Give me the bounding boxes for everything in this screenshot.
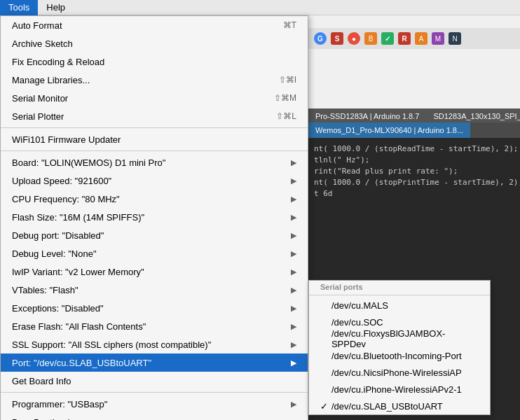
menu-archive-sketch[interactable]: Archive Sketch <box>1 34 308 52</box>
separator-2 <box>1 150 308 151</box>
port-mals[interactable]: /dev/cu.MALS <box>309 297 490 314</box>
tab-icon-2: ● <box>348 32 360 45</box>
tab-icon-8: N <box>449 32 461 45</box>
menu-help[interactable]: Help <box>38 0 74 15</box>
submenu-separator <box>309 295 490 295</box>
tab-icon-4: ✓ <box>381 32 394 45</box>
port-slab[interactable]: ✓ /dev/cu.SLAB_USBtoUART <box>309 398 490 414</box>
port-floxys[interactable]: /dev/cu.FloxysBlGJAMBOX-SPPDev <box>309 330 490 347</box>
tab-icon-google: G <box>314 32 327 45</box>
port-submenu: Serial ports /dev/cu.MALS /dev/cu.SOC /d… <box>308 280 491 415</box>
menu-upload-speed[interactable]: Upload Speed: "921600" ▶ <box>1 172 308 190</box>
menu-erase-flash[interactable]: Erase Flash: "All Flash Contents" ▶ <box>1 317 308 335</box>
tab-icon-3: B <box>364 32 377 45</box>
menu-exceptions[interactable]: Exceptions: "Disabled" ▶ <box>1 299 308 317</box>
code-line-2: tlnl(" Hz"); <box>314 155 514 166</box>
menu-auto-format[interactable]: Auto Format ⌘T <box>1 16 308 34</box>
port-nicsi[interactable]: /dev/cu.NicsiPhone-WirelessiAP <box>309 364 490 381</box>
menu-bar: Tools Help <box>0 0 520 15</box>
separator-1 <box>1 127 308 128</box>
port-iphone[interactable]: /dev/cu.iPhone-WirelessiAPv2-1 <box>309 381 490 398</box>
menu-board[interactable]: Board: "LOLIN(WEMOS) D1 mini Pro" ▶ <box>1 153 308 172</box>
menu-cpu-frequency[interactable]: CPU Frequency: "80 MHz" ▶ <box>1 190 308 208</box>
tab-icon-5: R <box>398 32 411 45</box>
menu-burn-bootloader[interactable]: Burn Bootloader <box>1 413 308 420</box>
code-line-5: t 6d <box>314 188 514 200</box>
menu-flash-size[interactable]: Flash Size: "16M (14M SPIFFS)" ▶ <box>1 208 308 226</box>
menu-iwip[interactable]: IwIP Variant: "v2 Lower Memory" ▶ <box>1 262 308 281</box>
arduino-tab-2[interactable]: SD1283A_130x130_SPI_LCD_Demo | Arduino..… <box>426 108 520 124</box>
menu-debug-level[interactable]: Debug Level: "None" ▶ <box>1 244 308 262</box>
separator-3 <box>1 392 308 393</box>
code-line-1: nt( 1000.0 / (stopReadTime - startTime),… <box>314 144 514 155</box>
menu-port[interactable]: Port: "/dev/cu.SLAB_USBtoUART" ▶ <box>1 354 308 372</box>
menu-debug-port[interactable]: Debug port: "Disabled" ▶ <box>1 226 308 244</box>
arduino-tab-bar-1: Pro-SSD1283A | Arduino 1.8.7 SD1283A_130… <box>308 108 520 124</box>
port-bluetooth[interactable]: /dev/cu.Bluetooth-Incoming-Port <box>309 347 490 364</box>
arduino-tab-1[interactable]: Pro-SSD1283A | Arduino 1.8.7 <box>308 108 426 124</box>
tab-icon-7: M <box>432 32 444 45</box>
menu-fix-encoding[interactable]: Fix Encoding & Reload <box>1 52 308 71</box>
arduino-tab-bar-2: Wemos_D1_Pro-MLX90640 | Arduino 1.8... <box>308 122 520 138</box>
code-line-3: rint("Read plus print rate: "); <box>314 166 514 177</box>
arduino-tab-wemos[interactable]: Wemos_D1_Pro-MLX90640 | Arduino 1.8... <box>308 122 470 138</box>
menu-serial-monitor[interactable]: Serial Monitor ⇧⌘M <box>1 89 308 107</box>
menu-vtables[interactable]: VTables: "Flash" ▶ <box>1 281 308 299</box>
menu-ssl[interactable]: SSL Support: "All SSL ciphers (most comp… <box>1 335 308 354</box>
submenu-section-serial: Serial ports <box>309 281 490 293</box>
tab-icon-1: S <box>331 32 343 45</box>
tab-icon-6: A <box>415 32 427 45</box>
code-line-4: nt( 1000.0 / (stopPrintTime - startTime)… <box>314 177 514 188</box>
menu-wifi101[interactable]: WiFi101 Firmware Updater <box>1 130 308 148</box>
menu-serial-plotter[interactable]: Serial Plotter ⇧⌘L <box>1 107 308 125</box>
menu-get-board-info[interactable]: Get Board Info <box>1 372 308 390</box>
menu-tools[interactable]: Tools <box>0 0 38 15</box>
menu-manage-libraries[interactable]: Manage Libraries... ⇧⌘I <box>1 71 308 89</box>
menu-programmer[interactable]: Programmer: "USBasp" ▶ <box>1 395 308 413</box>
browser-toolbar: G S ● B ✓ R A M N <box>308 28 520 49</box>
tools-dropdown: Auto Format ⌘T Archive Sketch Fix Encodi… <box>0 15 308 420</box>
